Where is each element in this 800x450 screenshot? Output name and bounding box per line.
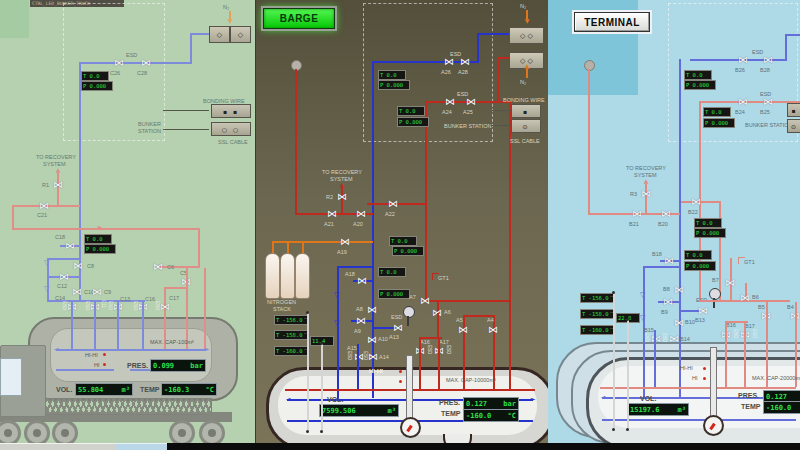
valve-b26[interactable]: ⋈ [737,54,749,65]
valve-c6[interactable]: ⋈ [152,261,164,272]
value-readout-55-804: 55.804m³ [75,383,133,396]
valve-c26[interactable]: ⋈ [113,57,125,68]
taskbar-item[interactable] [115,443,167,450]
label-temp: TEMP [441,410,460,418]
valve-b9[interactable]: ⋈ [662,296,674,307]
valve-a7[interactable]: ⋈ [419,295,431,306]
label-pres: PRES. [439,399,460,407]
label-n: N₂ [520,79,526,85]
valve-a5[interactable]: ⋈ [457,324,469,335]
pipe-segment [725,321,727,387]
valve-a8[interactable]: ⋈ [366,304,378,315]
valve-c10[interactable]: ⋈ [71,286,83,297]
label-b9: B9 [661,309,668,315]
valve-a25[interactable]: ⋈ [465,96,477,107]
valve-a4[interactable]: ⋈ [487,324,499,335]
check-valve-icon[interactable]: ▽ [640,314,648,322]
connector-icon: ▪ [787,103,800,117]
check-valve-icon[interactable]: ▽ [44,285,52,293]
valve-a20[interactable]: ⋈ [355,208,367,219]
label-a19: A19 [337,249,347,255]
pipe-segment [526,69,528,78]
valve-b10[interactable]: ⋈ [673,317,685,328]
label-ssl-cable: SSL CABLE [218,139,248,145]
vertical-label-esd: ESD [154,301,159,310]
valve-b18[interactable]: ⋈ [663,255,675,266]
valve-b13[interactable]: ⋈ [697,305,709,316]
valve-c28[interactable]: ⋈ [140,57,152,68]
label-a25: A25 [463,109,473,115]
valve-r3[interactable]: ⋈ [640,188,652,199]
pipe-segment [491,110,511,111]
indicator-dot [399,380,402,383]
taskbar-left-segment [0,443,115,450]
readout-t-0-0: T 0.0 [378,70,406,80]
valve-a18[interactable]: ⋈ [356,275,368,286]
valve-a19[interactable]: ⋈ [339,236,351,247]
connector-icon: ▪ ▪ [211,104,251,118]
valve-b20[interactable]: ⋈ [660,208,672,219]
terminal-button[interactable]: TERMINAL [574,12,650,32]
valve-b14[interactable]: ⋈ [668,333,680,344]
valve-a21[interactable]: ⋈ [326,208,338,219]
pipe-segment [190,33,210,35]
check-valve-icon[interactable]: ▽ [44,259,52,267]
valve-r1[interactable]: ⋈ [52,179,64,190]
hmi-screen: CTRL_LED_BUNKER_TRUCK K ⋈⋈ESDC26C28T 0.0… [0,0,800,450]
vertical-label-esd: ESD [132,301,137,310]
pipe-segment [588,69,590,215]
valve-c21[interactable]: ⋈ [38,200,50,211]
value-readout-0-099: 0.099bar [150,359,206,372]
readout-t-158-0: T -158.0 [580,309,614,319]
valve-a24[interactable]: ⋈ [444,96,456,107]
valve-r2[interactable]: ⋈ [336,191,348,202]
check-valve-icon[interactable]: ▽ [334,319,342,327]
label-c8: C8 [87,263,94,269]
valve-a10[interactable]: ⋈ [366,334,378,345]
shape [0,0,29,38]
vertical-label-esd: ESD [661,333,666,342]
label-b21: B21 [629,221,639,227]
indicator-dot [320,430,323,433]
valve-b24[interactable]: ⋈ [737,96,749,107]
check-valve-icon[interactable]: ▽ [334,291,342,299]
readout-t-0-0: T 0.0 [703,107,731,117]
valve-a28[interactable]: ⋈ [459,56,471,67]
valve-c8[interactable]: ⋈ [72,260,84,271]
valve-b7[interactable]: ⋈ [724,277,736,288]
valve-c18[interactable]: ⋈ [64,240,76,251]
pipe-segment [710,347,717,417]
valve-b28[interactable]: ⋈ [762,54,774,65]
vertical-label-esd: ESD [643,333,648,342]
flow-arrow-icon: ▼ [523,18,531,24]
label-esd: ESD [450,51,461,57]
pipe-segment [372,61,374,398]
label-b13: B13 [695,317,705,323]
valve-a22[interactable]: ⋈ [387,198,399,209]
valve-b21[interactable]: ⋈ [631,208,643,219]
readout-p-0-000: P 0.000 [378,80,410,90]
valve-a14[interactable]: ⋈ [367,351,379,362]
label-a26: A26 [441,69,451,75]
label-max-cap-100m: MAX. CAP-100m³ [150,339,194,345]
label-a4: A4 [487,317,494,323]
check-valve-icon[interactable]: ▽ [640,291,648,299]
valve-a9[interactable]: ⋈ [355,315,367,326]
label-b8: B8 [663,286,670,292]
label-b18: B18 [652,251,662,257]
valve-b22[interactable]: ⋈ [690,196,702,207]
pipe-segment [12,228,200,230]
valve-a13[interactable]: ⋈ [392,322,404,333]
valve-a26[interactable]: ⋈ [443,56,455,67]
valve-b6[interactable]: ⋈ [739,292,751,303]
label-a22: A22 [385,211,395,217]
valve-c9[interactable]: ⋈ [91,286,103,297]
valve-b25[interactable]: ⋈ [762,96,774,107]
pipe-segment [190,34,192,64]
valve-c17[interactable]: ⋈ [159,301,171,312]
valve-b8[interactable]: ⋈ [673,284,685,295]
pipe-segment [71,300,73,350]
label-a7: A7 [409,294,416,300]
valve-c12[interactable]: ⋈ [58,271,70,282]
pipe-segment [307,313,309,432]
